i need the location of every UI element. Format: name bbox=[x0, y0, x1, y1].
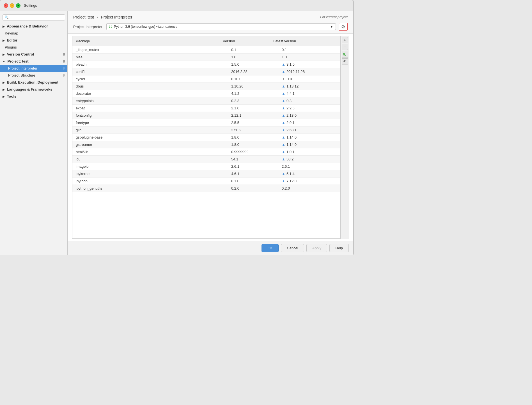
table-row[interactable]: decorator 4.1.2 ▲4.4.1 bbox=[72, 90, 340, 97]
package-latest: ▲1.14.0 bbox=[278, 141, 340, 148]
package-latest: ▲2019.11.28 bbox=[278, 68, 340, 75]
table-row[interactable]: gstreamer 1.8.0 ▲1.14.0 bbox=[72, 141, 340, 148]
arrow-icon: ▶ bbox=[3, 39, 5, 42]
table-row[interactable]: bleach 1.5.0 ▲3.1.0 bbox=[72, 61, 340, 68]
ok-button[interactable]: OK bbox=[262, 244, 279, 252]
package-version: 0.1 bbox=[228, 46, 278, 53]
sidebar-item-project-test[interactable]: ▼ Project: test ⎘ bbox=[0, 58, 67, 65]
help-button[interactable]: Help bbox=[329, 244, 349, 252]
package-version: 2016.2.28 bbox=[228, 68, 278, 75]
interpreter-dropdown[interactable]: Python 3.6 (tensorflow-gpu) ~/.conda/env… bbox=[106, 23, 336, 30]
table-row[interactable]: dbus 1.10.20 ▲1.13.12 bbox=[72, 83, 340, 90]
minimize-button[interactable]: − bbox=[10, 3, 14, 8]
search-icon: 🔍 bbox=[4, 15, 9, 19]
package-name: blas bbox=[72, 54, 228, 61]
package-latest: ▲7.12.0 bbox=[278, 178, 340, 185]
table-row[interactable]: freetype 2.5.5 ▲2.9.1 bbox=[72, 119, 340, 126]
package-latest: ▲58.2 bbox=[278, 156, 340, 163]
package-version: 2.12.1 bbox=[228, 112, 278, 119]
interpreter-settings-button[interactable]: ⚙ bbox=[339, 23, 348, 31]
sidebar-item-tools[interactable]: ▶ Tools bbox=[0, 93, 67, 100]
upgrade-arrow-icon: ▲ bbox=[282, 172, 285, 176]
sidebar-item-project-structure[interactable]: Project Structure ⎘ bbox=[0, 72, 67, 79]
remove-package-button[interactable]: − bbox=[342, 44, 348, 50]
package-version: 0.2.3 bbox=[228, 97, 278, 104]
table-row[interactable]: expat 2.1.0 ▲2.2.6 bbox=[72, 105, 340, 112]
package-latest: ▲2.63.1 bbox=[278, 126, 340, 134]
close-button[interactable]: ✕ bbox=[4, 3, 8, 8]
table-row[interactable]: ipython_genutils 0.2.0 0.2.0 bbox=[72, 185, 340, 192]
sidebar-item-plugins[interactable]: Plugins bbox=[0, 44, 67, 51]
sidebar-item-languages[interactable]: ▶ Languages & Frameworks bbox=[0, 86, 67, 93]
table-row[interactable]: certifi 2016.2.28 ▲2019.11.28 bbox=[72, 68, 340, 75]
sidebar: 🔍 ▶ Appearance & Behavior Keymap ▶ Edito… bbox=[0, 11, 68, 255]
search-input[interactable] bbox=[10, 15, 63, 19]
table-row[interactable]: glib 2.50.2 ▲2.63.1 bbox=[72, 126, 340, 134]
packages-section: Package Version Latest version _libgcc_m… bbox=[68, 34, 353, 241]
table-row[interactable]: ipython 6.1.0 ▲7.12.0 bbox=[72, 178, 340, 185]
package-version: 0.2.0 bbox=[228, 185, 278, 192]
sidebar-item-build[interactable]: ▶ Build, Execution, Deployment bbox=[0, 79, 67, 86]
package-name: freetype bbox=[72, 119, 228, 126]
package-version: 2.5.5 bbox=[228, 119, 278, 126]
sidebar-item-version-control[interactable]: ▶ Version Control ⎘ bbox=[0, 51, 67, 58]
side-buttons: + − ↻ 👁 bbox=[340, 36, 349, 239]
gear-icon: ⚙ bbox=[341, 24, 345, 29]
breadcrumb-separator: › bbox=[97, 15, 99, 19]
table-row[interactable]: entrypoints 0.2.3 ▲0.3 bbox=[72, 97, 340, 105]
package-name: gst-plugins-base bbox=[72, 134, 228, 141]
package-latest: ▲1.14.0 bbox=[278, 134, 340, 141]
refresh-button[interactable]: ↻ bbox=[342, 52, 348, 58]
table-row[interactable]: fontconfig 2.12.1 ▲2.13.0 bbox=[72, 112, 340, 119]
package-name: html5lib bbox=[72, 148, 228, 155]
apply-button[interactable]: Apply bbox=[306, 244, 327, 252]
sidebar-item-keymap[interactable]: Keymap bbox=[0, 30, 67, 37]
content-inner: Project: test › Project Interpreter For … bbox=[68, 11, 353, 255]
table-row[interactable]: html5lib 0.9999999 ▲1.0.1 bbox=[72, 148, 340, 156]
sidebar-item-editor[interactable]: ▶ Editor bbox=[0, 37, 67, 44]
col-latest: Latest version bbox=[270, 38, 332, 44]
breadcrumb-project: Project: test bbox=[73, 15, 94, 19]
package-name: cycler bbox=[72, 75, 228, 82]
titlebar: ✕ − + Settings bbox=[0, 0, 353, 11]
package-name: dbus bbox=[72, 83, 228, 90]
table-row[interactable]: cycler 0.10.0 0.10.0 bbox=[72, 75, 340, 83]
table-row[interactable]: imageio 2.6.1 2.6.1 bbox=[72, 163, 340, 170]
add-package-button[interactable]: + bbox=[342, 37, 348, 43]
eye-button[interactable]: 👁 bbox=[342, 58, 348, 65]
refresh-icon: ↻ bbox=[343, 52, 347, 57]
main-content: 🔍 ▶ Appearance & Behavior Keymap ▶ Edito… bbox=[0, 11, 353, 255]
sidebar-item-project-interpreter[interactable]: Project Interpreter ⎘ bbox=[0, 65, 67, 72]
package-name: ipython bbox=[72, 178, 228, 185]
table-row[interactable]: icu 54.1 ▲58.2 bbox=[72, 156, 340, 163]
package-name: glib bbox=[72, 126, 228, 134]
package-version: 2.1.0 bbox=[228, 105, 278, 112]
table-row[interactable]: gst-plugins-base 1.8.0 ▲1.14.0 bbox=[72, 134, 340, 141]
search-box[interactable]: 🔍 bbox=[3, 14, 65, 20]
copy-icon: ⎘ bbox=[63, 60, 65, 63]
package-name: ipykernel bbox=[72, 170, 228, 177]
window-controls: ✕ − + bbox=[4, 3, 20, 8]
content-area: Project: test › Project Interpreter For … bbox=[68, 11, 353, 255]
minus-icon: − bbox=[343, 45, 346, 49]
package-latest: ▲1.0.1 bbox=[278, 148, 340, 155]
interpreter-label: Project Interpreter: bbox=[73, 25, 104, 29]
package-name: icu bbox=[72, 156, 228, 163]
maximize-button[interactable]: + bbox=[16, 3, 20, 8]
cancel-button[interactable]: Cancel bbox=[281, 244, 304, 252]
breadcrumb: Project: test › Project Interpreter For … bbox=[73, 15, 348, 19]
upgrade-arrow-icon: ▲ bbox=[282, 113, 285, 118]
table-row[interactable]: ipykernel 4.6.1 ▲5.1.4 bbox=[72, 170, 340, 178]
upgrade-arrow-icon: ▲ bbox=[282, 150, 285, 154]
arrow-icon: ▼ bbox=[3, 60, 5, 63]
for-current-project: For current project bbox=[320, 15, 348, 19]
eye-icon: 👁 bbox=[343, 59, 347, 63]
package-name: gstreamer bbox=[72, 141, 228, 148]
col-version: Version bbox=[219, 38, 270, 44]
upgrade-arrow-icon: ▲ bbox=[282, 128, 285, 132]
arrow-icon: ▶ bbox=[3, 81, 5, 84]
table-row[interactable]: blas 1.0 1.0 bbox=[72, 54, 340, 61]
sidebar-item-appearance[interactable]: ▶ Appearance & Behavior bbox=[0, 23, 67, 30]
table-row[interactable]: _libgcc_mutex 0.1 0.1 bbox=[72, 46, 340, 54]
package-version: 1.8.0 bbox=[228, 141, 278, 148]
